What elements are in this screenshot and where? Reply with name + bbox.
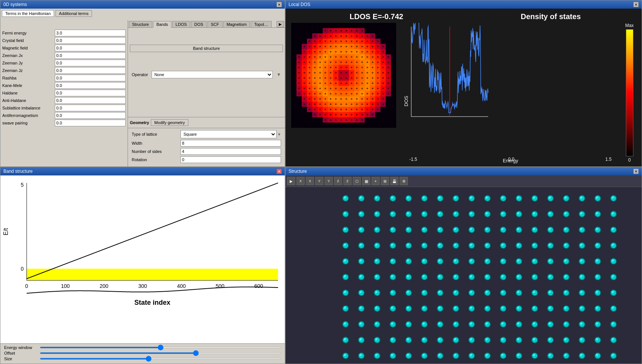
ldos-content: LDOS E=-0.742 Density of states -1.5 0.0… bbox=[286, 9, 642, 166]
geo-input-rotation[interactable] bbox=[180, 156, 281, 163]
tool-x2[interactable]: X bbox=[306, 177, 314, 185]
input-kane-mele[interactable] bbox=[55, 82, 126, 89]
field-row-zeeman-jx: Zeeman Jx bbox=[2, 52, 126, 59]
tab-arrow[interactable]: ▶ bbox=[277, 21, 284, 27]
close-ldos[interactable]: ✕ bbox=[633, 2, 639, 7]
geometry-fields: Type of lattice Square ▼ Width Number of… bbox=[128, 128, 285, 166]
panel-0d: 0D systems ✕ Terms in the Hamiltonian Ad… bbox=[0, 0, 285, 167]
ldos-visuals-row: -1.5 0.0 1.5 Energy DOS Max 0 bbox=[291, 23, 636, 163]
title-ldos: Local DOS bbox=[289, 2, 310, 7]
tab-scf[interactable]: SCF bbox=[207, 21, 223, 27]
tool-y1[interactable]: Y bbox=[315, 177, 323, 185]
tab-bands[interactable]: Bands bbox=[153, 21, 171, 28]
input-sublattice[interactable] bbox=[55, 105, 126, 111]
label-afm: Antiferromagnetism bbox=[2, 113, 55, 118]
tool-z2[interactable]: Z bbox=[343, 177, 352, 185]
label-kane-mele: Kane-Mele bbox=[2, 83, 55, 88]
field-row-kane-mele: Kane-Mele bbox=[2, 82, 126, 89]
tool-save[interactable]: 💾 bbox=[390, 177, 398, 185]
close-0d[interactable]: ✕ bbox=[277, 2, 282, 7]
tab-ldos[interactable]: LDOS bbox=[172, 21, 190, 27]
geo-label-lattice: Type of lattice bbox=[132, 132, 180, 136]
tool-x1[interactable]: X bbox=[296, 177, 305, 185]
geo-row-lattice: Type of lattice Square ▼ bbox=[132, 130, 281, 138]
slider-row-size: Size bbox=[4, 357, 281, 361]
geometry-label: Geometry bbox=[130, 120, 149, 125]
structure-view bbox=[286, 187, 642, 364]
ldos-titles-row: LDOS E=-0.742 Density of states bbox=[291, 12, 636, 21]
title-0d: 0D systems bbox=[3, 2, 27, 7]
field-row-magnetic: Magnetic field bbox=[2, 45, 126, 51]
field-row-crystal: Crystal field bbox=[2, 37, 126, 44]
structure-canvas bbox=[286, 187, 642, 360]
input-rashba[interactable] bbox=[55, 75, 126, 81]
tab-magnetism[interactable]: Magnetism bbox=[223, 21, 250, 27]
input-fermi[interactable] bbox=[55, 30, 126, 36]
input-zeeman-jx[interactable] bbox=[55, 52, 126, 59]
input-magnetic[interactable] bbox=[55, 45, 126, 51]
tool-plus[interactable]: + bbox=[371, 177, 380, 185]
titlebar-ldos: Local DOS ✕ bbox=[286, 0, 642, 9]
modify-geometry-btn[interactable]: Modify geometry bbox=[151, 119, 188, 126]
panel-structure: Structure ✕ ▶ X X Y Y Z Z ⬡ ▦ + ⊞ 💾 ⚙ bbox=[285, 167, 642, 364]
label-zeeman-jz: Zeeman Jz bbox=[2, 68, 55, 73]
geo-label-width: Width bbox=[132, 141, 180, 145]
tab-structure[interactable]: Structure bbox=[129, 21, 152, 27]
operator-select[interactable]: None bbox=[152, 71, 273, 78]
input-zeeman-jy[interactable] bbox=[55, 60, 126, 66]
geo-input-width[interactable] bbox=[180, 140, 281, 147]
dos-x-axis-label: Energy bbox=[400, 158, 621, 163]
band-chart-canvas bbox=[0, 175, 285, 310]
ldos-heatmap-container bbox=[291, 23, 396, 163]
tool-settings[interactable]: ⚙ bbox=[400, 177, 408, 185]
tool-play[interactable]: ▶ bbox=[287, 177, 295, 185]
band-chart-area bbox=[0, 175, 285, 343]
label-swave: swave pairing bbox=[2, 121, 55, 125]
panel-ldos: Local DOS ✕ LDOS E=-0.742 Density of sta… bbox=[285, 0, 642, 167]
band-content: Energy window Offset Size bbox=[0, 175, 285, 364]
colorbar-min-label: 0 bbox=[628, 157, 631, 163]
terms-additional-btn[interactable]: Additional terms bbox=[56, 10, 92, 17]
tool-y2[interactable]: Y bbox=[325, 177, 333, 185]
slider-offset[interactable] bbox=[40, 352, 281, 354]
slider-label-offset: Offset bbox=[4, 351, 38, 355]
structure-toolbar: ▶ X X Y Y Z Z ⬡ ▦ + ⊞ 💾 ⚙ bbox=[286, 175, 642, 187]
title-structure: Structure bbox=[289, 169, 307, 174]
band-structure-btn[interactable]: Band structure bbox=[130, 45, 283, 52]
field-row-haldane: Haldane bbox=[2, 90, 126, 96]
content-row-0d: Fermi energy Crystal field Magnetic fiel… bbox=[0, 20, 285, 166]
ldos-heatmap-canvas bbox=[291, 23, 396, 128]
colorbar: Max 0 bbox=[623, 23, 636, 163]
dos-chart-canvas bbox=[400, 23, 494, 128]
label-fermi: Fermi energy bbox=[2, 31, 55, 35]
tab-topol[interactable]: Topol… bbox=[251, 21, 271, 27]
tool-grid[interactable]: ▦ bbox=[362, 177, 370, 185]
label-zeeman-jy: Zeeman Jy bbox=[2, 61, 55, 65]
dos-title-text: Density of states bbox=[521, 12, 581, 21]
geo-select-lattice[interactable]: Square bbox=[180, 130, 277, 138]
label-crystal: Crystal field bbox=[2, 38, 55, 43]
ldos-title-text: LDOS E=-0.742 bbox=[350, 12, 403, 21]
terms-hamiltonian-btn[interactable]: Terms in the Hamiltonian bbox=[2, 10, 54, 17]
geometry-bar: Geometry Modify geometry bbox=[128, 117, 285, 128]
input-haldane[interactable] bbox=[55, 90, 126, 96]
dos-chart-wrapper: -1.5 0.0 1.5 Energy DOS bbox=[400, 23, 621, 163]
tool-hex[interactable]: ⬡ bbox=[353, 177, 361, 185]
geo-input-sides[interactable] bbox=[180, 148, 281, 155]
close-structure[interactable]: ✕ bbox=[633, 169, 639, 174]
tool-z1[interactable]: Z bbox=[334, 177, 342, 185]
input-zeeman-jz[interactable] bbox=[55, 67, 126, 74]
input-anti-haldane[interactable] bbox=[55, 97, 126, 104]
input-crystal[interactable] bbox=[55, 37, 126, 44]
slider-energy[interactable] bbox=[40, 347, 281, 348]
geo-label-rotation: Rotation bbox=[132, 157, 180, 162]
dos-y-label: DOS bbox=[403, 96, 409, 106]
input-afm[interactable] bbox=[55, 112, 126, 119]
tab-dos[interactable]: DOS bbox=[191, 21, 207, 27]
slider-size[interactable] bbox=[40, 358, 281, 360]
input-swave[interactable] bbox=[55, 120, 126, 126]
titlebar-structure: Structure ✕ bbox=[286, 167, 642, 175]
tool-expand[interactable]: ⊞ bbox=[381, 177, 389, 185]
close-band[interactable]: ✕ bbox=[277, 169, 282, 174]
field-row-sublattice: Sublattice imbalance bbox=[2, 105, 126, 111]
